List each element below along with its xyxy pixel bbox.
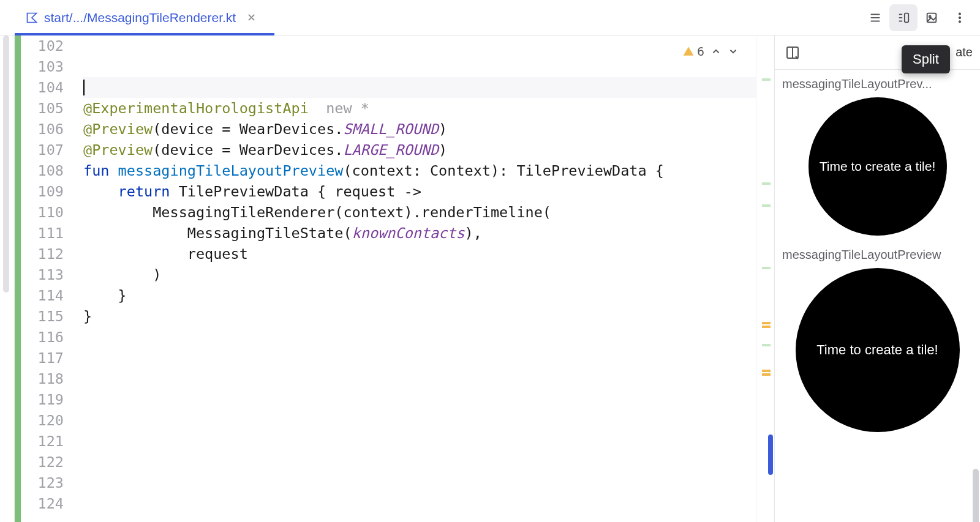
code-text: } [83, 308, 92, 325]
code-text: MessagingTileState( [187, 225, 352, 242]
line-number: 110 [15, 202, 83, 223]
line-number: 122 [15, 452, 83, 472]
indent [83, 266, 153, 283]
vcs-gutter-stripe [15, 35, 21, 522]
watch-text: Time to create a tile! [816, 342, 938, 358]
error-stripe-mark[interactable] [768, 434, 773, 475]
line-number: 123 [15, 472, 83, 493]
svg-rect-6 [905, 13, 908, 22]
chevron-up-icon[interactable] [710, 46, 722, 57]
error-stripe[interactable] [756, 35, 774, 522]
line-number: 111 [15, 223, 83, 244]
tab-bar: start/.../MessagingTileRenderer.kt ✕ [0, 0, 980, 35]
file-tab-title: start/.../MessagingTileRenderer.kt [44, 10, 236, 25]
watch-text: Time to create a tile! [820, 159, 935, 174]
line-number: 112 [15, 244, 83, 264]
preview-scrollbar-thumb[interactable] [973, 469, 979, 522]
kotlin-file-icon [26, 12, 38, 24]
preview-item-label: messagingTileLayoutPreview [782, 248, 974, 262]
error-stripe-mark[interactable] [762, 322, 771, 324]
watch-preview-small[interactable]: Time to create a tile! [809, 97, 947, 236]
line-number: 121 [15, 431, 83, 452]
text-caret [83, 80, 85, 95]
svg-point-11 [959, 20, 960, 22]
tooltip-split: Split [902, 45, 950, 73]
line-number: 116 [15, 327, 83, 348]
keyword-token: return [118, 183, 170, 200]
layout-panel-icon[interactable] [782, 42, 803, 63]
error-stripe-mark[interactable] [762, 370, 771, 372]
function-name-token: messagingTileLayoutPreview [118, 162, 344, 179]
line-number: 102 [15, 35, 83, 56]
watch-preview-large[interactable]: Time to create a tile! [796, 268, 960, 432]
code-editor[interactable]: 102 103 104 105 106 107 108 109 110 111 … [15, 35, 774, 522]
error-stripe-mark[interactable] [762, 326, 771, 328]
keyword-token: fun [83, 162, 118, 179]
line-number: 108 [15, 160, 83, 181]
code-text: TilePreviewData { request -> [170, 183, 421, 200]
code-text: (device = WearDevices. [153, 121, 343, 138]
line-number: 119 [15, 389, 83, 410]
code-text: ) [153, 266, 161, 283]
annotation-token: @ExperimentalHorologistApi [83, 100, 309, 117]
preview-panel: ate messagingTileLayoutPrev... Time to c… [774, 35, 980, 522]
const-token: SMALL_ROUND [343, 121, 439, 138]
main-area: 102 103 104 105 106 107 108 109 110 111 … [0, 35, 980, 522]
line-number: 104 [15, 77, 83, 98]
line-number: 115 [15, 306, 83, 327]
warning-badge[interactable]: 6 [682, 44, 704, 59]
line-number: 103 [15, 56, 83, 77]
editor-view-actions [861, 0, 974, 35]
line-number: 106 [15, 119, 83, 140]
error-stripe-mark[interactable] [762, 182, 771, 185]
indent [83, 245, 187, 263]
error-stripe-mark[interactable] [762, 78, 771, 81]
inspection-indicator-bar[interactable]: 6 [682, 44, 739, 59]
error-stripe-mark[interactable] [762, 204, 771, 207]
property-token: knownContacts [352, 225, 465, 242]
view-split-button[interactable] [889, 4, 918, 31]
view-code-only-button[interactable] [861, 4, 889, 31]
line-number-gutter: 102 103 104 105 106 107 108 109 110 111 … [15, 35, 83, 522]
line-number: 120 [15, 410, 83, 431]
code-text: ) [439, 121, 447, 138]
svg-point-9 [959, 12, 960, 14]
code-text: MessagingTileRenderer(context).renderTim… [153, 204, 551, 221]
line-number: 124 [15, 493, 83, 514]
svg-point-8 [929, 15, 931, 17]
line-number: 107 [15, 140, 83, 160]
const-token: LARGE_ROUND [343, 141, 439, 158]
line-number: 117 [15, 348, 83, 368]
indent [83, 183, 118, 200]
code-text: } [118, 287, 127, 304]
indent [83, 204, 153, 221]
line-number: 114 [15, 285, 83, 306]
chevron-down-icon[interactable] [728, 46, 739, 57]
code-text: ), [465, 225, 482, 242]
annotation-token: @Preview [83, 141, 153, 158]
indent [83, 225, 187, 242]
close-tab-icon[interactable]: ✕ [247, 11, 256, 24]
current-line-highlight [83, 77, 756, 98]
line-number: 118 [15, 368, 83, 389]
code-text: (context: Context): TilePreviewData { [343, 162, 663, 179]
file-tab[interactable]: start/.../MessagingTileRenderer.kt ✕ [15, 0, 267, 35]
inlay-hint: new * [326, 100, 369, 117]
code-text: ) [439, 141, 447, 158]
left-scroll-gutter [0, 35, 15, 522]
more-actions-button[interactable] [946, 4, 974, 31]
line-number: 105 [15, 98, 83, 119]
error-stripe-mark[interactable] [762, 344, 771, 346]
editor-scrollbar-thumb[interactable] [3, 35, 9, 293]
preview-body[interactable]: messagingTileLayoutPrev... Time to creat… [775, 70, 980, 522]
svg-point-10 [959, 17, 960, 18]
error-stripe-mark[interactable] [762, 267, 771, 269]
error-stripe-mark[interactable] [762, 373, 771, 376]
line-number: 109 [15, 181, 83, 202]
view-design-only-button[interactable] [918, 4, 946, 31]
annotation-token: @Preview [83, 121, 153, 138]
code-text: (device = WearDevices. [153, 141, 343, 158]
preview-item-label: messagingTileLayoutPrev... [782, 77, 974, 91]
code-body[interactable]: 6 @ExperimentalHorologistApi new * @Prev… [83, 35, 756, 522]
warning-count: 6 [697, 44, 704, 59]
